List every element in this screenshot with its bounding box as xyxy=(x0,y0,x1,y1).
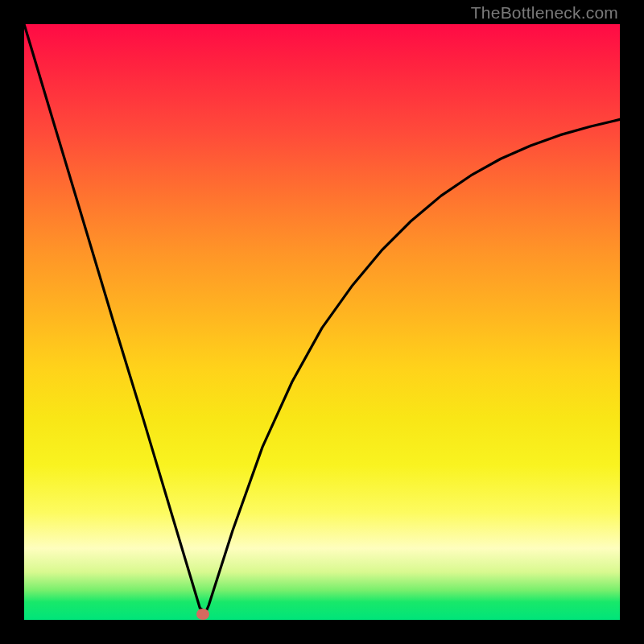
curve-path xyxy=(24,24,620,612)
plot-area xyxy=(24,24,620,620)
chart-frame: TheBottleneck.com xyxy=(0,0,644,644)
attribution-label: TheBottleneck.com xyxy=(471,3,618,23)
optimum-marker xyxy=(196,609,209,620)
bottleneck-curve xyxy=(24,24,620,620)
